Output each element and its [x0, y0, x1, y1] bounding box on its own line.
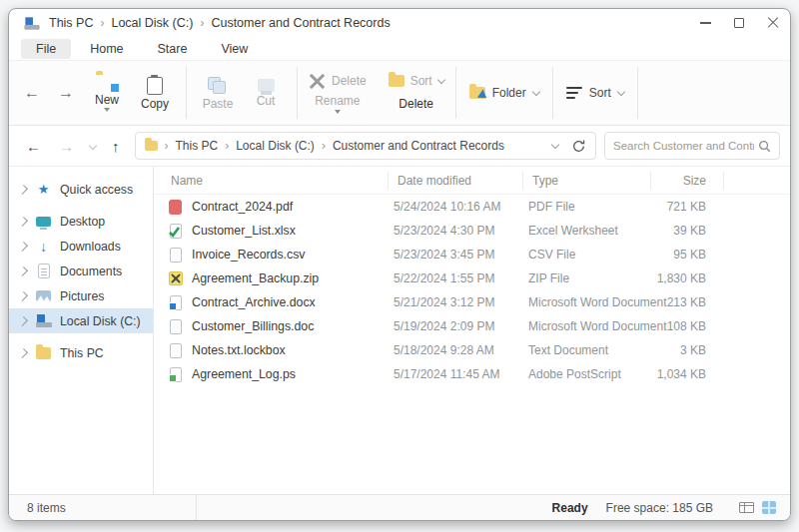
column-header-name[interactable]: Name — [167, 174, 394, 188]
file-date: 5/17/2024 11:45 AM — [394, 367, 528, 381]
column-header-size[interactable]: Size — [656, 174, 706, 188]
folder-dropdown-button[interactable]: Folder — [463, 86, 545, 100]
expander-chevron-icon[interactable] — [18, 266, 28, 276]
sidebar-item-documents[interactable]: Documents — [9, 259, 153, 283]
expander-chevron-icon[interactable] — [18, 185, 28, 195]
chevron-right-icon: › — [322, 139, 326, 153]
expander-chevron-icon[interactable] — [18, 217, 28, 227]
sidebar-item-this-pc[interactable]: This PC — [9, 340, 153, 365]
nav-forward-button[interactable]: → — [52, 138, 81, 155]
address-bar: ← → ↑ › This PC › Local Disk (C:) › Cust… — [9, 126, 790, 167]
maximize-button[interactable] — [722, 9, 756, 37]
expander-chevron-icon[interactable] — [18, 348, 28, 358]
rename-button[interactable]: Rename — [309, 94, 367, 114]
sidebar-item-pictures[interactable]: Pictures — [9, 283, 153, 308]
sidebar-item-downloads[interactable]: ↓ Downloads — [9, 234, 153, 259]
path-crumb-local-disk[interactable]: Local Disk (C:) — [236, 139, 315, 153]
desktop-icon — [35, 217, 52, 227]
file-size: 213 KB — [656, 295, 706, 309]
chevron-right-icon: › — [200, 16, 204, 30]
generic-file-icon — [167, 343, 184, 358]
nav-up-button[interactable]: ↑ — [105, 138, 127, 155]
expander-chevron-icon[interactable] — [18, 316, 28, 326]
sidebar-item-label: Downloads — [60, 240, 121, 254]
expander-chevron-icon[interactable] — [18, 291, 28, 301]
tab-file[interactable]: File — [21, 39, 71, 59]
file-row[interactable]: Invoice_Records.csv 5/23/2024 3:45 PM CS… — [154, 243, 790, 266]
copy-button[interactable]: Copy — [131, 77, 179, 110]
delete-disabled-button[interactable]: Delete — [309, 73, 367, 90]
file-date: 5/24/2024 10:16 AM — [394, 200, 528, 214]
chevron-down-icon — [335, 110, 341, 114]
nav-history-chevron-icon[interactable] — [89, 142, 97, 150]
search-input[interactable] — [613, 140, 754, 152]
pdf-file-icon — [167, 200, 184, 215]
column-header-date-modified[interactable]: Date modified — [394, 174, 528, 188]
file-date: 5/23/2024 4:30 PM — [394, 224, 528, 238]
search-icon — [758, 140, 771, 153]
file-type: Excel Werksheet — [528, 224, 656, 238]
toolbar-separator — [297, 67, 298, 119]
minimize-button[interactable] — [688, 9, 722, 37]
nav-back-button[interactable]: ← — [19, 138, 48, 155]
file-row[interactable]: Contract_2024.pdf 5/24/2024 10:16 AM PDF… — [154, 195, 790, 219]
close-button[interactable] — [756, 9, 790, 37]
expander-chevron-icon[interactable] — [18, 242, 28, 252]
path-crumb-folder[interactable]: Customer and Contract Records — [333, 139, 504, 153]
forward-arrow-icon[interactable]: → — [49, 84, 83, 102]
file-size: 3 KB — [656, 343, 706, 357]
address-dropdown-chevron-icon[interactable] — [551, 140, 559, 148]
toolbar-separator — [455, 67, 456, 119]
file-row[interactable]: Notes.txt.lockbox 5/18/2024 9:28 AM Text… — [154, 338, 790, 362]
file-row[interactable]: Customer_Billings.doc 5/19/2024 2:09 PM … — [154, 314, 790, 338]
paste-button[interactable]: Paste — [194, 77, 242, 110]
search-box — [604, 132, 780, 160]
chevron-right-icon: › — [225, 139, 229, 153]
title-crumb-this-pc: This PC — [49, 16, 93, 30]
menu-bar: File Home Stare View — [9, 37, 790, 60]
folder-arrow-icon — [469, 87, 485, 99]
title-crumb-local-disk: Local Disk (C:) — [111, 16, 193, 30]
address-path-box[interactable]: › This PC › Local Disk (C:) › Customer a… — [135, 132, 597, 160]
thumbnail-view-icon[interactable] — [762, 501, 776, 514]
sidebar-item-quick-access[interactable]: ★ Quick access — [9, 177, 153, 202]
chevron-down-icon — [531, 87, 539, 95]
path-crumb-this-pc[interactable]: This PC — [176, 139, 219, 153]
downloads-icon: ↓ — [35, 240, 52, 254]
file-type: Microsoft Word Document — [528, 319, 656, 333]
delete-button[interactable]: Delete — [389, 97, 444, 111]
tab-view[interactable]: View — [206, 39, 263, 59]
sort-dropdown-button[interactable]: Sort — [560, 86, 630, 100]
status-bar: 8 items Ready Free space: 185 GB — [9, 494, 790, 520]
file-size: 721 KB — [656, 200, 706, 214]
folder-icon — [145, 141, 158, 151]
sidebar-item-local-disk-c[interactable]: Local Disk (C:) — [9, 308, 153, 333]
delete-rename-group: Delete Sort Rename Delete — [305, 73, 448, 114]
tab-stare[interactable]: Stare — [143, 39, 203, 59]
file-name: Invoice_Records.csv — [192, 248, 305, 262]
tab-home[interactable]: Home — [75, 39, 138, 59]
sort-inline-label: Sort — [410, 74, 432, 88]
column-header-type[interactable]: Type — [528, 174, 656, 188]
file-row[interactable]: Contract_Archive.docx 5/21/2024 3:12 PM … — [154, 290, 790, 314]
file-date: 5/21/2024 3:12 PM — [394, 295, 528, 309]
file-row[interactable]: Agreement_Backup.zip 5/22/2024 1:55 PM Z… — [154, 266, 790, 290]
file-name: Customer_List.xlsx — [192, 224, 296, 238]
file-name: Contract_Archive.docx — [192, 295, 316, 309]
file-row[interactable]: Customer_List.xlsx 5/23/2024 4:30 PM Exc… — [154, 219, 790, 243]
file-size: 39 KB — [656, 224, 706, 238]
sidebar-item-desktop[interactable]: Desktop — [9, 209, 153, 234]
new-button[interactable]: New — [83, 74, 131, 112]
cut-button[interactable]: Cut — [242, 79, 290, 107]
chevron-right-icon: › — [100, 16, 104, 30]
file-size: 1,034 KB — [656, 367, 706, 381]
back-arrow-icon[interactable]: ← — [15, 84, 49, 102]
toolbar-separator — [186, 67, 187, 119]
file-type: Text Document — [528, 343, 656, 357]
refresh-icon[interactable] — [571, 139, 586, 154]
chevron-down-icon — [616, 87, 624, 95]
details-view-icon[interactable] — [739, 502, 754, 513]
file-row[interactable]: Agreement_Log.ps 5/17/2024 11:45 AM Adob… — [154, 362, 790, 386]
sort-small-button[interactable]: Sort — [389, 74, 444, 88]
chevron-down-icon — [104, 108, 110, 112]
